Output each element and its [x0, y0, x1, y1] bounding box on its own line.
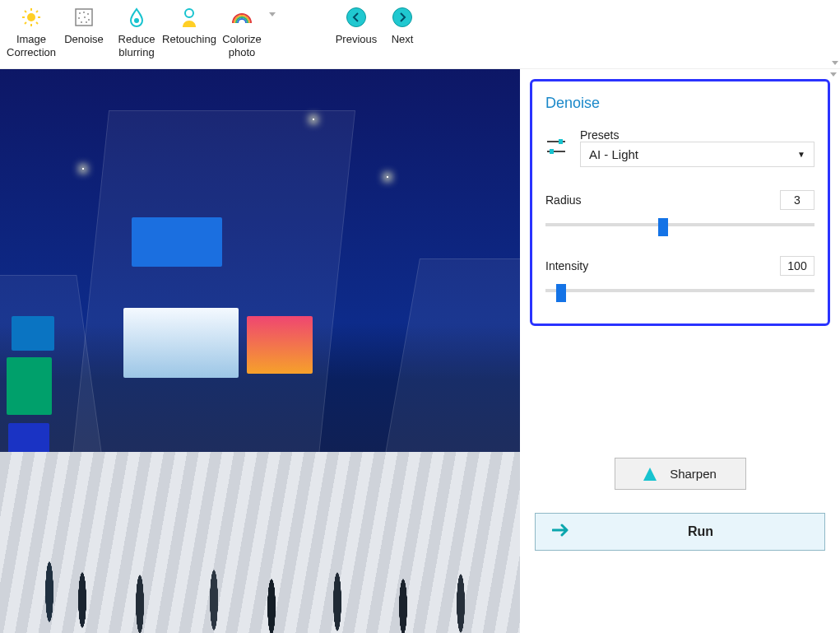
nav-previous[interactable]: Previous — [333, 3, 379, 48]
side-panel: Denoise Presets AI - Light ▼ Radius 3 — [520, 69, 840, 633]
main-area: Denoise Presets AI - Light ▼ Radius 3 — [0, 69, 840, 633]
svg-line-5 — [25, 11, 26, 12]
intensity-slider[interactable] — [545, 284, 814, 297]
svg-point-12 — [87, 13, 89, 15]
nav-next-label: Next — [392, 33, 414, 46]
radius-label: Radius — [545, 193, 582, 207]
triangle-icon — [643, 468, 657, 481]
sharpen-label: Sharpen — [670, 467, 717, 481]
sharpen-button[interactable]: Sharpen — [615, 458, 746, 490]
droplet-icon — [128, 7, 146, 28]
image-canvas[interactable] — [0, 69, 520, 633]
intensity-label: Intensity — [545, 259, 588, 272]
rainbow-icon — [231, 7, 253, 28]
tool-denoise-label: Denoise — [64, 33, 104, 46]
radius-slider[interactable] — [545, 218, 814, 231]
nav-next[interactable]: Next — [379, 3, 425, 48]
preset-dropdown[interactable]: AI - Light ▼ — [580, 142, 814, 167]
svg-line-7 — [25, 22, 26, 24]
svg-point-0 — [27, 13, 35, 21]
svg-point-17 — [86, 21, 87, 23]
nav-previous-label: Previous — [336, 33, 378, 46]
toolbar: Image Correction Denoise Reduce blurring… — [0, 0, 840, 69]
svg-rect-23 — [550, 149, 554, 154]
svg-point-16 — [81, 21, 82, 23]
toolbar-nav-group: Previous Next — [333, 3, 425, 48]
run-label: Run — [593, 524, 808, 539]
svg-point-10 — [79, 12, 81, 14]
denoise-panel: Denoise Presets AI - Light ▼ Radius 3 — [530, 79, 830, 326]
radius-thumb[interactable] — [658, 218, 668, 236]
panel-title: Denoise — [545, 95, 814, 112]
tool-image-correction[interactable]: Image Correction — [5, 3, 58, 60]
param-intensity: Intensity 100 — [545, 256, 814, 297]
tool-denoise[interactable]: Denoise — [58, 3, 110, 60]
run-button[interactable]: Run — [535, 513, 825, 551]
svg-point-14 — [84, 16, 86, 18]
panel-overflow-icon[interactable] — [830, 72, 837, 77]
svg-point-13 — [78, 17, 80, 19]
preset-value: AI - Light — [589, 147, 638, 161]
chevron-down-icon: ▼ — [797, 150, 805, 159]
tool-retouching-label: Retouching — [162, 33, 216, 46]
tool-reduce-blurring[interactable]: Reduce blurring — [110, 3, 163, 60]
svg-point-11 — [83, 12, 85, 13]
arrow-left-icon — [346, 7, 366, 27]
arrow-run-icon — [552, 524, 570, 540]
tool-retouching[interactable]: Retouching — [163, 3, 216, 60]
tool-colorize-photo-label: Colorize photo — [222, 33, 262, 58]
svg-point-15 — [88, 19, 90, 21]
svg-line-6 — [36, 22, 38, 24]
tool-reduce-blurring-label: Reduce blurring — [118, 33, 155, 58]
intensity-thumb[interactable] — [556, 284, 566, 302]
tool-image-correction-label: Image Correction — [7, 33, 56, 58]
intensity-value[interactable]: 100 — [780, 256, 814, 276]
arrow-right-icon — [392, 7, 412, 27]
sun-icon — [21, 7, 41, 28]
tool-colorize-photo[interactable]: Colorize photo — [216, 3, 268, 60]
person-icon — [180, 7, 198, 28]
sliders-icon — [545, 137, 567, 159]
toolbar-tools-group: Image Correction Denoise Reduce blurring… — [5, 3, 268, 60]
param-radius: Radius 3 — [545, 190, 814, 231]
radius-value[interactable]: 3 — [780, 190, 814, 210]
presets-label: Presets — [580, 128, 814, 142]
svg-line-8 — [36, 11, 38, 12]
svg-rect-22 — [559, 139, 563, 144]
svg-point-19 — [185, 9, 193, 17]
svg-point-18 — [134, 18, 139, 23]
noise-icon — [75, 7, 93, 28]
